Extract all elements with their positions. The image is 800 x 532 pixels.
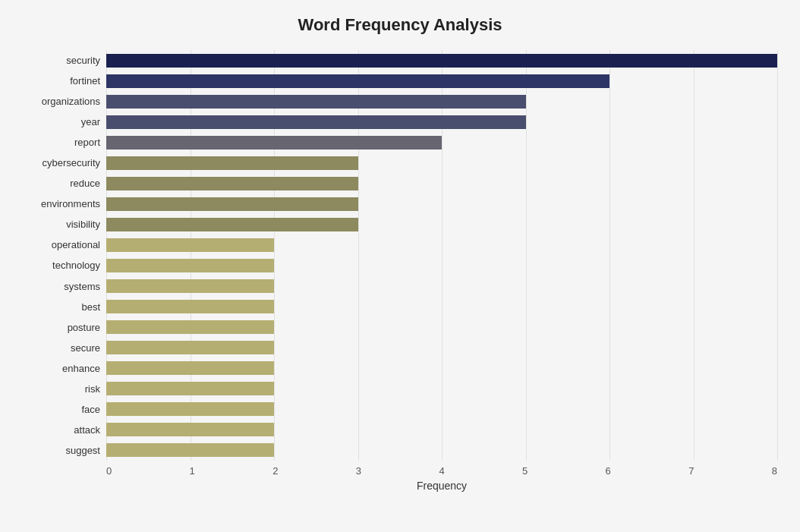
bar-row bbox=[106, 114, 777, 131]
y-label: visibility bbox=[66, 219, 100, 229]
bar bbox=[106, 259, 274, 272]
y-label: organizations bbox=[42, 96, 100, 106]
bar-row bbox=[106, 52, 777, 69]
bar bbox=[106, 197, 358, 211]
bar-row bbox=[106, 278, 777, 294]
bar bbox=[106, 136, 442, 150]
x-tick: 3 bbox=[356, 465, 361, 477]
bars-wrapper bbox=[106, 50, 777, 461]
y-label: fortinet bbox=[70, 76, 100, 86]
y-labels: securityfortinetorganizationsyearreportc… bbox=[23, 50, 106, 461]
y-label: operational bbox=[52, 240, 100, 250]
y-label: suggest bbox=[65, 445, 100, 455]
grid-line bbox=[191, 50, 191, 461]
x-tick: 4 bbox=[439, 465, 444, 477]
grid-line bbox=[526, 50, 527, 461]
bar-row bbox=[106, 134, 777, 151]
grid-line bbox=[777, 50, 778, 461]
bar-row bbox=[106, 339, 777, 356]
bar-row bbox=[106, 175, 777, 192]
bar bbox=[106, 177, 358, 190]
bars-section bbox=[106, 50, 777, 461]
bar bbox=[106, 443, 274, 457]
y-label: report bbox=[74, 137, 100, 147]
y-label: secure bbox=[71, 343, 100, 353]
bar-row bbox=[106, 360, 777, 376]
grid-line bbox=[609, 50, 610, 461]
bottom-section: 012345678 Frequency bbox=[106, 465, 777, 492]
y-label: systems bbox=[64, 282, 100, 291]
chart-area: securityfortinetorganizationsyearreportc… bbox=[23, 50, 777, 461]
bar bbox=[106, 238, 274, 252]
bar-row bbox=[106, 380, 777, 397]
x-tick: 6 bbox=[606, 465, 611, 477]
bar-row bbox=[106, 237, 777, 253]
grid-lines bbox=[106, 50, 777, 461]
bar-row bbox=[106, 216, 777, 233]
grid-line bbox=[106, 50, 107, 461]
bar-row bbox=[106, 298, 777, 315]
grid-line bbox=[274, 50, 275, 461]
bar bbox=[106, 300, 274, 313]
x-tick: 1 bbox=[190, 465, 195, 477]
grid-line bbox=[442, 50, 443, 461]
bar-row bbox=[106, 421, 777, 438]
bar bbox=[106, 341, 274, 354]
bar bbox=[106, 320, 274, 334]
x-tick: 7 bbox=[688, 465, 694, 477]
bar bbox=[106, 115, 526, 129]
x-axis: 012345678 bbox=[106, 465, 777, 477]
bar bbox=[106, 279, 274, 293]
bar bbox=[106, 54, 777, 68]
x-tick: 8 bbox=[772, 465, 777, 477]
bar-row bbox=[106, 93, 777, 110]
y-label: face bbox=[81, 405, 100, 414]
y-label: enhance bbox=[62, 364, 100, 373]
x-tick: 5 bbox=[522, 465, 528, 477]
bar bbox=[106, 218, 358, 231]
bar-row bbox=[106, 442, 777, 458]
bar bbox=[106, 382, 274, 395]
bar-row bbox=[106, 257, 777, 274]
x-tick: 0 bbox=[106, 465, 112, 477]
bar bbox=[106, 361, 274, 375]
y-label: posture bbox=[68, 323, 100, 332]
chart-title: Word Frequency Analysis bbox=[23, 15, 777, 35]
bar-row bbox=[106, 196, 777, 212]
bar-row bbox=[106, 401, 777, 417]
y-label: year bbox=[81, 117, 100, 127]
y-label: attack bbox=[74, 425, 100, 435]
bar-row bbox=[106, 155, 777, 172]
bar bbox=[106, 74, 609, 88]
x-axis-label: Frequency bbox=[106, 480, 777, 492]
x-tick: 2 bbox=[272, 465, 278, 477]
y-label: environments bbox=[41, 199, 100, 209]
bar bbox=[106, 95, 526, 109]
chart-container: Word Frequency Analysis securityfortinet… bbox=[0, 0, 800, 532]
bar-row bbox=[106, 73, 777, 90]
bar bbox=[106, 402, 274, 416]
grid-line bbox=[358, 50, 359, 461]
y-label: cybersecurity bbox=[42, 158, 100, 168]
y-label: security bbox=[66, 55, 100, 65]
y-label: best bbox=[81, 302, 100, 312]
bar-row bbox=[106, 319, 777, 335]
y-label: risk bbox=[85, 384, 100, 394]
grid-line bbox=[694, 50, 694, 461]
bar bbox=[106, 423, 274, 436]
bar bbox=[106, 156, 358, 170]
y-label: reduce bbox=[70, 178, 100, 188]
y-label: technology bbox=[52, 260, 100, 270]
